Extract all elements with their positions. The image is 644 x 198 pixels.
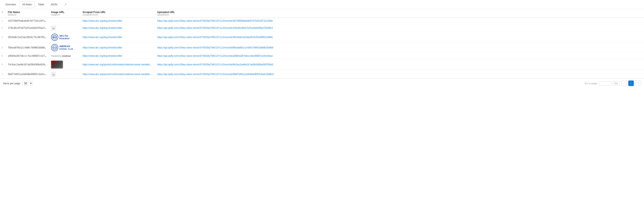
file-name-cell: f4c0ac2ae8e1b7ad384389a9397f00a2 (6, 59, 49, 70)
data-table: # File Name fileName Image URL imageUrl … (0, 9, 644, 78)
row-num: 5 (0, 53, 6, 59)
uploaded-link[interactable]: https://api.apify.com/v2/key-value-store… (157, 73, 274, 76)
uploaded-link[interactable]: https://api.apify.com/v2/key-value-store… (157, 46, 273, 49)
image-url-cell (49, 70, 80, 78)
uploaded-link[interactable]: https://api.apify.com/v2/key-value-store… (157, 27, 273, 29)
uploaded-link[interactable]: https://api.apify.com/v2/key-value-store… (157, 63, 273, 66)
go-button[interactable]: Go (613, 81, 620, 85)
image-url-cell (49, 59, 80, 70)
tab-json[interactable]: JSON (48, 1, 60, 8)
table-row: 5 a9584a367ebcccfac48987ce1fec5eae Power… (0, 53, 644, 59)
table-row: 2 1f4e3bcdfed72d7ae4eb4f9ae7b54943 https… (0, 24, 644, 32)
uploaded-url-cell: https://api.apify.com/v2/key-value-store… (155, 70, 644, 78)
file-name-cell: 1f4e3bcdfed72d7ae4eb4f9ae7b54943 (6, 24, 49, 32)
footer-right: Go to page: Go ‹ 1 › (584, 81, 641, 86)
items-per-page-label: Items per page: (3, 82, 21, 85)
scraped-link[interactable]: https://www.akc.org/dog-breeds/collie/ (82, 55, 122, 57)
col-uploaded: Uploaded URL uploadedUrl (155, 9, 644, 18)
uploaded-url-cell: https://api.apify.com/v2/key-value-store… (155, 43, 644, 53)
col-filename: File Name fileName (6, 9, 49, 18)
svg-text:AKC: AKC (53, 47, 56, 49)
scraped-url-cell: https://www.akc.org/dog-breeds/collie/ (80, 18, 155, 24)
image-url-cell: AKC AKC PetInsurance (49, 32, 80, 43)
prev-page-button[interactable]: ‹ (621, 81, 627, 86)
scraped-link[interactable]: https://www.akc.org/dog-breeds/collie/ (82, 27, 122, 29)
preview-link[interactable]: ↗ (64, 3, 66, 6)
scraped-url-cell: https://www.akc.org/dog-breeds/collie/ (80, 43, 155, 53)
uploaded-link[interactable]: https://api.apify.com/v2/key-value-store… (157, 55, 273, 57)
row-num: 4 (0, 43, 6, 53)
file-name-cell: 3624e8c2a23ae3016cf5c06f922449bc (6, 32, 49, 43)
tab-overview[interactable]: Overview (2, 1, 19, 8)
row-num: 2 (0, 24, 6, 32)
row-num: 1 (0, 18, 6, 24)
scraped-link[interactable]: https://www.akc.org/dog-breeds/collie/ (82, 46, 122, 49)
scraped-link[interactable]: https://www.akc.org/sports/conformation/… (82, 63, 155, 66)
image-url-cell (49, 24, 80, 32)
scraped-link[interactable]: https://www.akc.org/dog-breeds/collie/ (82, 20, 122, 22)
top-bar: Overview All fields Table JSON ↗ (0, 0, 644, 9)
file-name-cell: a9584a367ebcccfac48987ce1fec5eae (6, 53, 49, 59)
uploaded-link[interactable]: https://api.apify.com/v2/key-value-store… (157, 36, 273, 39)
table-row: 3 3624e8c2a23ae3016cf5c06f922449bc AKC A… (0, 32, 644, 43)
table-container: # File Name fileName Image URL imageUrl … (0, 9, 644, 78)
row-num: 6 (0, 59, 6, 70)
image-url-cell: Powered by onetrust (49, 53, 80, 59)
scraped-url-cell: https://www.akc.org/dog-breeds/collie/ (80, 24, 155, 32)
file-name-cell: 3d73f60f9a6a9d5767f19c29715c265b (6, 18, 49, 24)
footer-bar: Items per page: 50 25 100 Go to page: Go… (0, 78, 644, 88)
table-row: 1 3d73f60f9a6a9d5767f19c29715c265b https… (0, 18, 644, 24)
scraped-link[interactable]: https://www.akc.org/sports/conformation/… (82, 73, 155, 76)
scraped-url-cell: https://www.akc.org/dog-breeds/collie/ (80, 53, 155, 59)
go-to-page-label: Go to page: (584, 82, 598, 85)
footer-left: Items per page: 50 25 100 (3, 81, 32, 86)
uploaded-url-cell: https://api.apify.com/v2/key-value-store… (155, 59, 644, 70)
go-to-page-input[interactable] (600, 81, 611, 85)
scraped-url-cell: https://www.akc.org/dog-breeds/collie/ (80, 32, 155, 43)
table-row: 4 f8baa8f0a11c400c7690018b8625d9d6 AKC A… (0, 43, 644, 53)
table-row: 7 98df7d931a1b648e69055c9a5c3088a7 https… (0, 70, 644, 78)
file-name-cell: f8baa8f0a11c400c7690018b8625d9d6 (6, 43, 49, 53)
scraped-url-cell: https://www.akc.org/sports/conformation/… (80, 59, 155, 70)
image-url-cell (49, 18, 80, 24)
uploaded-url-cell: https://api.apify.com/v2/key-value-store… (155, 53, 644, 59)
next-page-button[interactable]: › (635, 81, 641, 86)
file-name-cell: 98df7d931a1b648e69055c9a5c3088a7 (6, 70, 49, 78)
col-num: # (0, 9, 6, 18)
col-scrapedfrom: Scraped From URL scrapedFromUrl (80, 9, 155, 18)
uploaded-url-cell: https://api.apify.com/v2/key-value-store… (155, 24, 644, 32)
table-row: 6 f4c0ac2ae8e1b7ad384389a9397f00a2 https… (0, 59, 644, 70)
tab-table[interactable]: Table (35, 1, 47, 8)
scraped-link[interactable]: https://www.akc.org/dog-breeds/collie/ (82, 36, 122, 39)
external-link-icon: ↗ (64, 3, 66, 6)
row-num: 7 (0, 70, 6, 78)
tab-all-fields[interactable]: All fields (19, 1, 34, 8)
scraped-url-cell: https://www.akc.org/sports/conformation/… (80, 70, 155, 78)
col-imageurl: Image URL imageUrl (49, 9, 80, 18)
per-page-select[interactable]: 50 25 100 (22, 81, 32, 86)
uploaded-link[interactable]: https://api.apify.com/v2/key-value-store… (157, 20, 272, 22)
page-1-button[interactable]: 1 (628, 81, 634, 86)
image-url-cell: AKC AMERICANKENNEL CLUB (49, 43, 80, 53)
uploaded-url-cell: https://api.apify.com/v2/key-value-store… (155, 32, 644, 43)
table-header-row: # File Name fileName Image URL imageUrl … (0, 9, 644, 18)
svg-text:AKC: AKC (52, 36, 57, 38)
uploaded-url-cell: https://api.apify.com/v2/key-value-store… (155, 18, 644, 24)
row-num: 3 (0, 32, 6, 43)
